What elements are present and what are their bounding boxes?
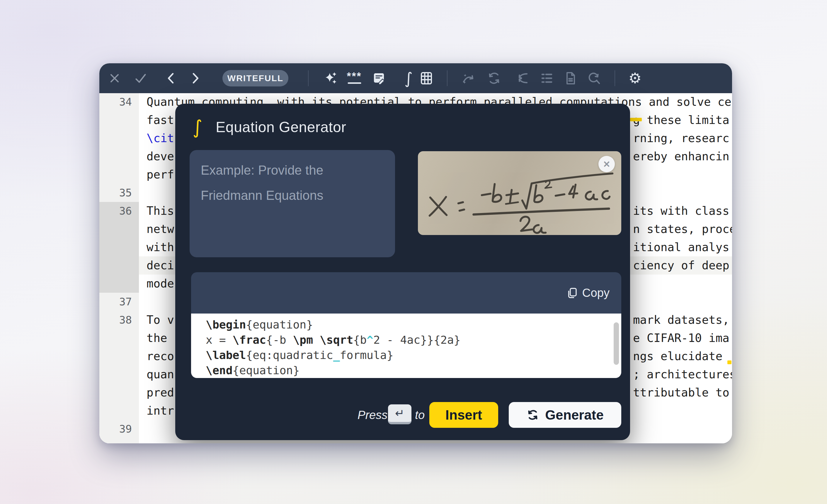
copy-icon [566, 287, 578, 299]
code-scrollbar[interactable] [614, 322, 619, 365]
editor-text-fragment: pred [147, 384, 174, 402]
editor-text-fragment: e CIFAR-10 ima [633, 329, 729, 347]
refresh-search-icon[interactable] [587, 71, 601, 85]
enter-key-icon: ↵ [388, 404, 411, 424]
copy-label: Copy [582, 286, 610, 299]
editor-text-fragment: itional analys [633, 238, 729, 256]
uploaded-equation-photo: ✕ [418, 151, 621, 235]
toolbar-divider [615, 70, 615, 86]
desktop-background: WRITEFULL *** ∫ [0, 0, 827, 504]
editor-text-fragment: deve [147, 147, 174, 165]
integral-icon[interactable]: ∫ [404, 69, 412, 88]
line-number: 36 [99, 202, 132, 220]
code-line: \label{eq:quadratic_formula} [206, 348, 604, 363]
close-icon[interactable] [108, 72, 121, 85]
result-header-bar: Copy [191, 272, 621, 313]
editor-text-fragment: ngs elucidate [633, 347, 722, 365]
editor-text-fragment: n states, proce [633, 220, 732, 238]
dialog-footer: Press ↵ to Insert Generate [175, 402, 630, 428]
asterisks-icon[interactable]: *** [347, 73, 361, 84]
forward-icon[interactable] [188, 71, 202, 85]
editor-text-fragment: To v [147, 311, 174, 329]
latex-code: \begin{equation}x = \frac{-b \pm \sqrt{b… [206, 317, 604, 378]
editor-text-fragment: netw [147, 220, 174, 238]
editor-text-fragment: mode [147, 274, 174, 293]
line-number: 34 [99, 93, 132, 111]
editor-text-fragment: \cit [147, 129, 174, 147]
paraphrase-sparkle-icon[interactable] [461, 71, 475, 85]
brand-label: WRITEFULL [228, 73, 283, 83]
editor-text-fragment: This [147, 202, 174, 220]
press-hint-text: Press [357, 402, 387, 428]
suggestion-highlight[interactable] [630, 118, 642, 121]
code-line: \begin{equation} [206, 317, 604, 332]
handwritten-quadratic-formula [418, 151, 621, 235]
editor-text-fragment: ; architectures [633, 365, 732, 384]
to-hint-text: to [415, 402, 425, 428]
writefull-window: WRITEFULL *** ∫ [99, 63, 732, 443]
editor-text-fragment: fast [147, 111, 174, 129]
editor-text-fragment: with [147, 238, 174, 256]
editor-text-fragment: intr [147, 402, 174, 420]
generate-button[interactable]: Generate [509, 402, 621, 428]
copy-button[interactable]: Copy [566, 286, 610, 299]
editor-text-fragment: its with class [633, 202, 729, 220]
document-icon[interactable] [564, 71, 578, 85]
editor-text-fragment: deci [147, 256, 174, 274]
editor-text-fragment: ciency of deep [633, 256, 729, 274]
dialog-title: Equation Generator [216, 118, 346, 137]
toolbar-divider [308, 70, 308, 86]
toolbar: WRITEFULL *** ∫ [99, 63, 732, 93]
equation-generator-dialog: ∫ Equation Generator Example: Provide th… [175, 104, 630, 440]
integral-icon: ∫ [189, 115, 206, 139]
generate-refresh-icon [526, 408, 539, 421]
line-number: 39 [99, 420, 132, 438]
editor-text-fragment: ttributable to [633, 384, 729, 402]
code-line: x = \frac{-b \pm \sqrt{b^2 - 4ac}}{2a} [206, 332, 604, 348]
input-placeholder: Example: Provide the Friedmann Equations [201, 158, 386, 208]
latex-code-block[interactable]: \begin{equation}x = \frac{-b \pm \sqrt{b… [191, 313, 621, 378]
editor-text-fragment: mark datasets, [633, 311, 729, 329]
equation-prompt-input[interactable]: Example: Provide the Friedmann Equations [190, 150, 395, 257]
gear-icon[interactable]: ⚙ [629, 70, 642, 87]
note-edit-icon[interactable] [372, 71, 386, 85]
suggestion-highlight[interactable] [727, 360, 731, 364]
line-number: 35 [99, 184, 132, 202]
split-arrows-icon[interactable] [515, 71, 529, 85]
editor-text-fragment: reco [147, 347, 174, 365]
back-icon[interactable] [164, 71, 178, 85]
editor-text-fragment: ereby enhancin [633, 147, 729, 165]
editor-text-fragment: perf [147, 165, 174, 184]
editor-text-fragment: quan [147, 365, 174, 384]
code-line: \end{equation} [206, 363, 604, 378]
remove-image-button[interactable]: ✕ [598, 156, 615, 172]
writefull-brand-pill[interactable]: WRITEFULL [223, 70, 288, 87]
line-number: 37 [99, 293, 132, 311]
insert-button[interactable]: Insert [429, 402, 498, 428]
toolbar-divider [447, 70, 447, 86]
sparkles-icon[interactable] [324, 71, 338, 85]
editor-text-fragment: g these limita [633, 111, 729, 129]
editor-text-fragment: rning, researc [633, 129, 729, 147]
refresh-icon[interactable] [487, 71, 501, 85]
line-number: 38 [99, 311, 132, 329]
editor-text-fragment: the [147, 329, 167, 347]
list-icon[interactable] [540, 71, 554, 85]
check-icon[interactable] [134, 71, 147, 85]
table-icon[interactable] [419, 71, 433, 85]
